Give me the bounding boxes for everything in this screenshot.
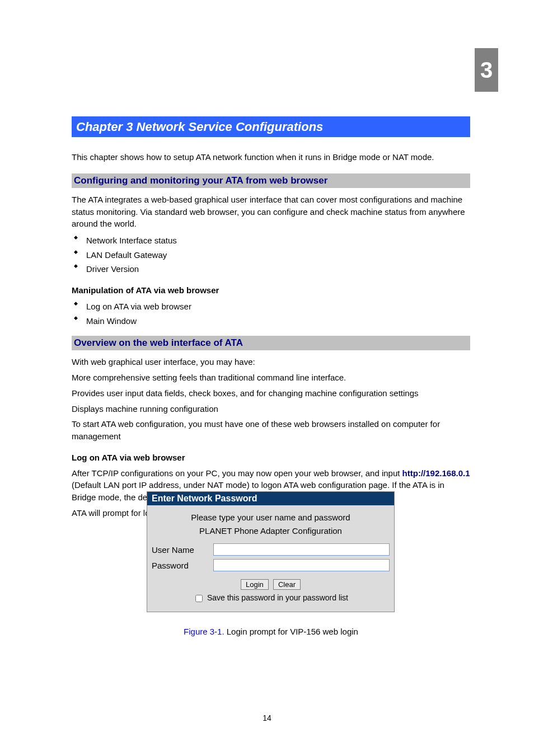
login-button-row: Login Clear xyxy=(152,579,390,590)
section1-para: The ATA integrates a web-based graphical… xyxy=(72,194,470,230)
login-dialog: Enter Network Password Please type your … xyxy=(147,491,395,612)
save-password-checkbox[interactable] xyxy=(195,595,203,602)
login-line2: PLANET Phone Adapter Configuration xyxy=(152,524,390,538)
content-area: This chapter shows how to setup ATA netw… xyxy=(72,145,470,523)
section3-text-a: After TCP/IP configurations on your PC, … xyxy=(72,468,400,478)
figure-text: Login prompt for VIP-156 web login xyxy=(227,627,358,636)
section2-line3: Provides user input data fields, check b… xyxy=(72,387,470,400)
username-input[interactable] xyxy=(213,543,390,556)
subsection-title: Manipulation of ATA via web browser xyxy=(72,284,470,297)
save-password-label: Save this password in your password list xyxy=(207,593,348,602)
figure-number: Figure 3-1. xyxy=(184,627,224,636)
manipulation-list: Log on ATA via web browser Main Window xyxy=(72,299,470,328)
username-label: User Name xyxy=(152,545,213,555)
save-password-row: Save this password in your password list xyxy=(152,593,390,604)
login-line1: Please type your user name and password xyxy=(152,511,390,524)
password-input[interactable] xyxy=(213,559,390,571)
password-label: Password xyxy=(152,561,213,570)
clear-button[interactable]: Clear xyxy=(273,579,301,590)
username-row: User Name xyxy=(152,543,390,556)
intro-paragraph: This chapter shows how to setup ATA netw… xyxy=(72,151,470,163)
list-item: Main Window xyxy=(86,314,470,328)
section2-line5: To start ATA web configuration, you must… xyxy=(72,418,470,443)
page: 3 Chapter 3 Network Service Configuratio… xyxy=(0,0,534,756)
chapter-title: Chapter 3 Network Service Configurations xyxy=(72,120,323,134)
section3-title: Log on ATA via web browser xyxy=(72,452,470,464)
section2-line4: Displays machine running configuration xyxy=(72,403,470,415)
figure-caption: Figure 3-1. Login prompt for VIP-156 web… xyxy=(72,627,470,636)
list-item: Network Interface status xyxy=(86,233,470,248)
list-item: LAN Default Gateway xyxy=(86,248,470,262)
network-list: Network Interface status LAN Default Gat… xyxy=(72,233,470,276)
login-header: Enter Network Password xyxy=(147,492,394,505)
chapter-tab: 3 xyxy=(475,48,498,92)
chapter-title-band: Chapter 3 Network Service Configurations xyxy=(72,116,470,137)
login-button[interactable]: Login xyxy=(241,579,269,590)
section-band-1: Configuring and monitoring your ATA from… xyxy=(72,173,470,188)
section-band-2: Overview on the web interface of ATA xyxy=(72,336,470,350)
login-instructions: Please type your user name and password … xyxy=(152,511,390,538)
default-ip-link: http://192.168.0.1 xyxy=(402,468,470,478)
section2-line2: More comprehensive setting feels than tr… xyxy=(72,372,470,384)
section2-lead: With web graphical user interface, you m… xyxy=(72,356,470,368)
page-number: 14 xyxy=(0,713,534,722)
login-body: Please type your user name and password … xyxy=(147,505,394,612)
list-item: Log on ATA via web browser xyxy=(86,299,470,314)
list-item: Driver Version xyxy=(86,262,470,276)
password-row: Password xyxy=(152,559,390,571)
